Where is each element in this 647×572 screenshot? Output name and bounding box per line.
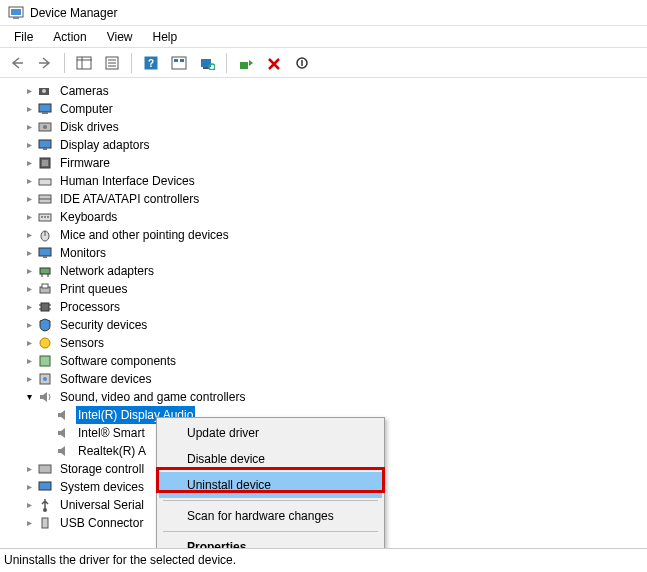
back-button[interactable] bbox=[4, 51, 30, 75]
show-hide-tree-button[interactable] bbox=[71, 51, 97, 75]
ide-icon bbox=[36, 191, 54, 207]
network-icon bbox=[36, 263, 54, 279]
svg-rect-41 bbox=[40, 268, 50, 274]
keyboard-icon bbox=[36, 209, 54, 225]
svg-point-57 bbox=[43, 508, 47, 512]
tree-node-hid[interactable]: Human Interface Devices bbox=[22, 172, 647, 190]
properties-button[interactable] bbox=[99, 51, 125, 75]
svg-rect-3 bbox=[77, 57, 91, 69]
tree-node-computer[interactable]: Computer bbox=[22, 100, 647, 118]
tree-node-network[interactable]: Network adapters bbox=[22, 262, 647, 280]
mouse-icon bbox=[36, 227, 54, 243]
tree-node-swdev[interactable]: Software devices bbox=[22, 370, 647, 388]
firmware-icon bbox=[36, 155, 54, 171]
svg-rect-22 bbox=[39, 104, 51, 112]
svg-rect-27 bbox=[43, 148, 47, 150]
tree-node-sound[interactable]: Sound, video and game controllers bbox=[22, 388, 647, 406]
tree-node-ide[interactable]: IDE ATA/ATAPI controllers bbox=[22, 190, 647, 208]
display-icon bbox=[36, 137, 54, 153]
tree-node-swcomp[interactable]: Software components bbox=[22, 352, 647, 370]
svg-rect-55 bbox=[39, 465, 51, 473]
sensor-icon bbox=[36, 335, 54, 351]
usb-icon bbox=[36, 497, 54, 513]
software-component-icon bbox=[36, 353, 54, 369]
computer-icon bbox=[36, 101, 54, 117]
svg-rect-12 bbox=[172, 57, 186, 69]
svg-rect-14 bbox=[180, 59, 184, 62]
security-icon bbox=[36, 317, 54, 333]
hid-icon bbox=[36, 173, 54, 189]
tree-node-disk[interactable]: Disk drives bbox=[22, 118, 647, 136]
svg-point-51 bbox=[40, 338, 50, 348]
usb-connector-icon bbox=[36, 515, 54, 531]
forward-button[interactable] bbox=[32, 51, 58, 75]
svg-rect-29 bbox=[42, 160, 48, 166]
context-separator bbox=[163, 500, 378, 501]
window-title: Device Manager bbox=[30, 6, 117, 20]
context-separator bbox=[163, 531, 378, 532]
svg-text:?: ? bbox=[148, 58, 154, 69]
toolbar-separator bbox=[131, 53, 132, 73]
tree-node-monitors[interactable]: Monitors bbox=[22, 244, 647, 262]
update-driver-button[interactable] bbox=[233, 51, 259, 75]
tree-node-security[interactable]: Security devices bbox=[22, 316, 647, 334]
svg-rect-30 bbox=[39, 179, 51, 185]
context-uninstall-device[interactable]: Uninstall device bbox=[159, 472, 382, 498]
disable-button[interactable] bbox=[289, 51, 315, 75]
tree-node-processors[interactable]: Processors bbox=[22, 298, 647, 316]
toolbar-separator bbox=[64, 53, 65, 73]
help-button[interactable]: ? bbox=[138, 51, 164, 75]
tree-node-firmware[interactable]: Firmware bbox=[22, 154, 647, 172]
audio-device-icon bbox=[54, 443, 72, 459]
title-bar: Device Manager bbox=[0, 0, 647, 26]
svg-rect-45 bbox=[42, 284, 48, 288]
svg-point-54 bbox=[43, 377, 47, 381]
menu-action[interactable]: Action bbox=[43, 28, 96, 45]
context-menu: Update driver Disable device Uninstall d… bbox=[156, 417, 385, 563]
menu-help[interactable]: Help bbox=[143, 28, 188, 45]
app-icon bbox=[8, 5, 24, 21]
system-device-icon bbox=[36, 479, 54, 495]
scan-hardware-button[interactable] bbox=[194, 51, 220, 75]
context-disable-device[interactable]: Disable device bbox=[159, 446, 382, 472]
uninstall-button[interactable] bbox=[261, 51, 287, 75]
tree-node-keyboards[interactable]: Keyboards bbox=[22, 208, 647, 226]
status-text: Uninstalls the driver for the selected d… bbox=[4, 553, 236, 567]
svg-rect-26 bbox=[39, 140, 51, 148]
menu-file[interactable]: File bbox=[4, 28, 43, 45]
disk-icon bbox=[36, 119, 54, 135]
storage-icon bbox=[36, 461, 54, 477]
context-update-driver[interactable]: Update driver bbox=[159, 420, 382, 446]
svg-rect-16 bbox=[203, 67, 209, 69]
tree-node-cameras[interactable]: Cameras bbox=[22, 82, 647, 100]
svg-rect-40 bbox=[43, 256, 47, 258]
svg-rect-39 bbox=[39, 248, 51, 256]
cpu-icon bbox=[36, 299, 54, 315]
printer-icon bbox=[36, 281, 54, 297]
audio-device-icon bbox=[54, 425, 72, 441]
svg-rect-36 bbox=[47, 216, 49, 218]
svg-rect-18 bbox=[240, 62, 248, 69]
toolbar: ? bbox=[0, 48, 647, 78]
svg-rect-34 bbox=[41, 216, 43, 218]
tree-node-display[interactable]: Display adaptors bbox=[22, 136, 647, 154]
tree-node-printq[interactable]: Print queues bbox=[22, 280, 647, 298]
action-button[interactable] bbox=[166, 51, 192, 75]
svg-rect-58 bbox=[42, 518, 48, 528]
svg-point-21 bbox=[42, 89, 46, 93]
svg-rect-1 bbox=[11, 9, 21, 15]
tree-node-mice[interactable]: Mice and other pointing devices bbox=[22, 226, 647, 244]
software-device-icon bbox=[36, 371, 54, 387]
svg-rect-13 bbox=[174, 59, 178, 62]
monitor-icon bbox=[36, 245, 54, 261]
toolbar-separator bbox=[226, 53, 227, 73]
tree-node-sensors[interactable]: Sensors bbox=[22, 334, 647, 352]
svg-rect-52 bbox=[40, 356, 50, 366]
context-scan-hardware[interactable]: Scan for hardware changes bbox=[159, 503, 382, 529]
sound-icon bbox=[36, 389, 54, 405]
audio-device-icon bbox=[54, 407, 72, 423]
svg-point-25 bbox=[43, 125, 47, 129]
svg-rect-46 bbox=[41, 303, 49, 311]
svg-rect-35 bbox=[44, 216, 46, 218]
menu-view[interactable]: View bbox=[97, 28, 143, 45]
